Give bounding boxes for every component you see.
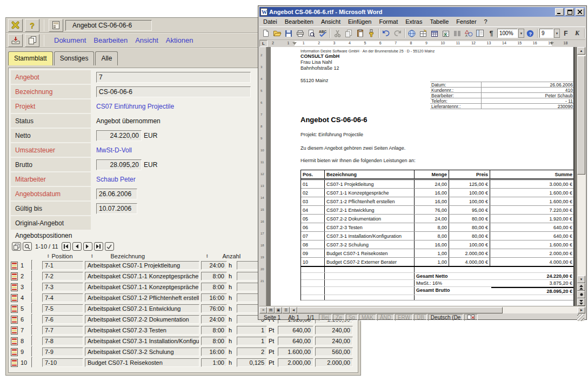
- word-menu-tabelle[interactable]: Tabelle: [426, 18, 452, 25]
- position-icon-button[interactable]: [11, 326, 21, 335]
- cell-kosten[interactable]: 240,00: [315, 337, 353, 345]
- row-checkbox[interactable]: [31, 292, 32, 303]
- app-menu-ansicht[interactable]: Ansicht: [135, 36, 158, 44]
- position-icon-button[interactable]: [11, 348, 21, 356]
- cell-bezeichnung[interactable]: Arbeitspaket CS07.1-1 Konzeptgespräche: [85, 272, 199, 280]
- cell-position[interactable]: 7-3: [42, 283, 83, 291]
- word-menu-fenster[interactable]: Fenster: [452, 18, 480, 25]
- cell-anzahl[interactable]: 8:00: [201, 337, 227, 345]
- cell-anzahl[interactable]: 8:00: [201, 283, 227, 291]
- print-preview-button[interactable]: [306, 28, 317, 39]
- cell-pt[interactable]: 1: [237, 337, 267, 345]
- horizontal-ruler[interactable]: 21123456789101112131415161718: [268, 40, 585, 47]
- previous-page-button[interactable]: [577, 283, 585, 291]
- word-menu-format[interactable]: Format: [375, 18, 402, 25]
- cell-bezeichnung[interactable]: Arbeitspaket CS07.2-1 Entwicklung: [85, 304, 199, 313]
- cell-summe[interactable]: 1.600,00: [278, 347, 313, 356]
- row-checkbox[interactable]: [31, 325, 32, 335]
- cell-pt[interactable]: 1: [237, 326, 267, 335]
- zoom-select[interactable]: 100%: [497, 29, 518, 38]
- field-input-angebot[interactable]: 7: [96, 72, 251, 83]
- tables-borders-button[interactable]: [418, 28, 429, 39]
- cell-position[interactable]: 7-8: [42, 337, 83, 345]
- select-all-button[interactable]: [105, 242, 114, 251]
- row-checkbox[interactable]: [31, 336, 32, 346]
- cell-anzahl[interactable]: 8:00: [201, 272, 227, 280]
- spelling-status-button[interactable]: [464, 314, 478, 321]
- sort-icon[interactable]: ▲▼: [206, 254, 208, 258]
- select-browse-object-button[interactable]: [577, 291, 585, 298]
- cell-bezeichnung[interactable]: Arbeitspaket CS07.3-1 Installation/Konfi…: [85, 337, 199, 345]
- cell-position[interactable]: 7-9: [42, 347, 83, 356]
- word-menu-bearbeiten[interactable]: Bearbeiten: [281, 18, 317, 25]
- app-menu-aktionen[interactable]: Aktionen: [166, 36, 193, 44]
- cell-summe[interactable]: 640,00: [278, 326, 313, 335]
- cell-anzahl[interactable]: 1:00: [201, 358, 227, 367]
- minimize-button[interactable]: [555, 8, 564, 16]
- first-page-button[interactable]: [62, 242, 71, 251]
- sort-icon[interactable]: ▲▼: [47, 254, 49, 258]
- position-icon-button[interactable]: [11, 272, 21, 280]
- scrollbar-track[interactable]: [577, 175, 585, 276]
- row-checkbox[interactable]: [31, 282, 32, 292]
- tab-sonstiges[interactable]: Sonstiges: [54, 51, 95, 65]
- cell-bezeichnung[interactable]: Arbeitspaket CS07.1-2 Pflichtenheft erst…: [85, 293, 199, 302]
- document-page[interactable]: Information Desire Software GmbH · An de…: [271, 47, 574, 306]
- show-paragraph-button[interactable]: ¶: [486, 28, 497, 39]
- cell-anzahl[interactable]: 16:00: [201, 293, 227, 302]
- normal-view-button[interactable]: ≡: [259, 307, 267, 313]
- undo-button[interactable]: [380, 28, 391, 39]
- save-button[interactable]: [283, 28, 294, 39]
- insert-hyperlink-button[interactable]: [406, 28, 417, 39]
- cell-position[interactable]: 7-10: [42, 358, 83, 367]
- last-page-button[interactable]: [94, 242, 103, 251]
- copy-rows-button[interactable]: [12, 242, 21, 251]
- columns-button[interactable]: [452, 28, 463, 39]
- position-icon-button[interactable]: [11, 262, 21, 270]
- field-input-angebotsdatum[interactable]: 26.06.2006: [96, 189, 137, 199]
- field-input-g-ltig-bis[interactable]: 10.07.2006: [96, 203, 137, 214]
- status-language[interactable]: Deutsch (De: [428, 314, 464, 321]
- row-checkbox[interactable]: [31, 271, 32, 281]
- insert-table-button[interactable]: [429, 28, 440, 39]
- position-icon-button[interactable]: [11, 283, 21, 291]
- next-page-button[interactable]: [83, 242, 92, 251]
- scroll-left-button[interactable]: ◄: [290, 307, 297, 313]
- row-checkbox[interactable]: [31, 314, 32, 324]
- scroll-down-button[interactable]: ▼: [577, 276, 585, 283]
- prev-page-button[interactable]: [72, 242, 82, 251]
- document-map-button[interactable]: [475, 28, 485, 39]
- zoom-dropdown-arrow[interactable]: ▼: [518, 29, 524, 38]
- word-menu-[interactable]: ?: [480, 18, 491, 25]
- search-rows-button[interactable]: [23, 242, 32, 251]
- paste-button[interactable]: [355, 28, 365, 39]
- status-mode-mak[interactable]: MAK: [359, 314, 376, 321]
- cell-bezeichnung[interactable]: Arbeitspaket CS07.2-2 Dokumentation: [85, 315, 199, 324]
- font-size-dropdown-arrow[interactable]: ▼: [554, 29, 560, 38]
- field-input-bezeichnung[interactable]: CS-06-06-6: [96, 86, 251, 97]
- tab-alle[interactable]: Alle: [95, 51, 118, 65]
- format-painter-button[interactable]: [366, 28, 377, 39]
- cell-bezeichnung[interactable]: Budget CS07-1 Reisekosten: [85, 358, 199, 367]
- cell-anzahl[interactable]: 24:00: [201, 315, 227, 324]
- cell-position[interactable]: 7-6: [42, 315, 83, 324]
- cut-button[interactable]: [332, 28, 343, 39]
- field-input-brutto[interactable]: 28.095,20: [96, 159, 142, 170]
- scroll-up-button[interactable]: ▲: [577, 47, 585, 55]
- cell-position[interactable]: 7-1: [42, 261, 83, 270]
- horizontal-scrollbar[interactable]: ≡ ▤ ▣ ☰ ◄ ►: [259, 306, 585, 313]
- column-header-position[interactable]: ▲▼Position: [47, 253, 90, 259]
- cell-summe[interactable]: 640,00: [278, 337, 313, 345]
- cell-kosten[interactable]: 560,00: [315, 347, 353, 356]
- cell-summe[interactable]: 2.000,00: [278, 358, 313, 367]
- indent-marker-left[interactable]: [292, 42, 297, 45]
- tab-stop-selector[interactable]: L: [259, 40, 268, 47]
- web-layout-button[interactable]: ▤: [267, 307, 275, 313]
- column-header-anzahl[interactable]: ▲▼Anzahl: [206, 253, 246, 259]
- cell-bezeichnung[interactable]: Arbeitspaket CS07.2-3 Testen: [85, 326, 199, 335]
- cell-position[interactable]: 7-5: [42, 304, 83, 313]
- drawing-button[interactable]: A: [463, 28, 474, 39]
- maximize-button[interactable]: [565, 8, 574, 16]
- cell-kosten[interactable]: 2.000,00: [315, 358, 353, 367]
- position-icon-button[interactable]: [11, 305, 21, 313]
